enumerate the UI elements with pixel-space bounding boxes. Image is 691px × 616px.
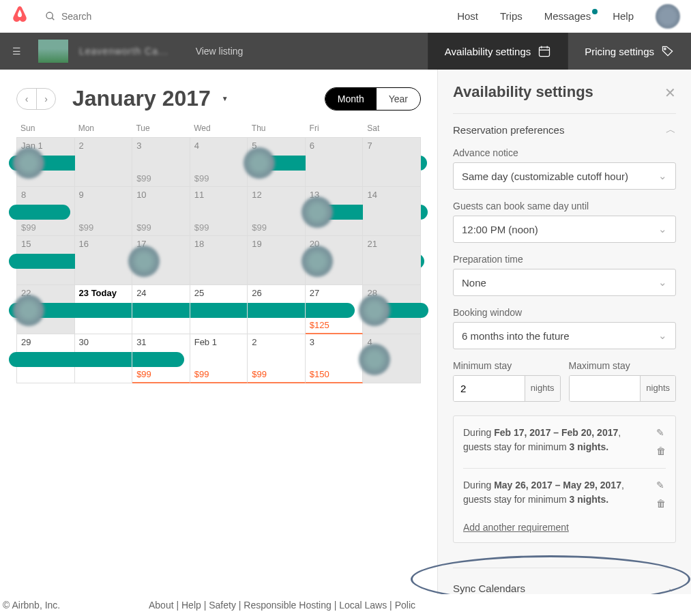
calendar-cell[interactable]: 2$99 — [248, 334, 306, 383]
guest-avatar — [302, 196, 333, 228]
calendar-cell[interactable]: 15 — [17, 236, 75, 285]
day-headers: SunMonTueWedThuFriSat — [16, 123, 421, 133]
avatar[interactable] — [656, 4, 680, 29]
nav-trips[interactable]: Trips — [500, 10, 523, 22]
footer: © Airbnb, Inc. About | Help | Safety | R… — [0, 594, 691, 608]
copyright: © Airbnb, Inc. — [3, 600, 60, 608]
calendar-cell[interactable]: 26 — [248, 285, 306, 334]
day-header: Thu — [248, 123, 306, 133]
edit-icon[interactable]: ✎ — [656, 478, 666, 493]
logo-icon[interactable] — [11, 4, 29, 28]
reservation-bar[interactable] — [9, 205, 70, 220]
footer-link[interactable]: About — [149, 600, 174, 608]
calendar-cell[interactable]: 24 — [132, 285, 190, 334]
footer-link[interactable]: Safety — [209, 600, 236, 608]
calendar-cell[interactable]: 4 — [363, 334, 421, 383]
calendar-cell[interactable]: 30 — [75, 334, 133, 383]
month-dropdown-icon[interactable]: ▼ — [222, 95, 229, 102]
calendar-cell[interactable]: 3$150 — [306, 334, 364, 383]
month-title: January 2017 — [72, 86, 211, 111]
day-number: 19 — [252, 239, 301, 249]
view-listing-link[interactable]: View listing — [196, 46, 244, 57]
footer-link[interactable]: Local Laws — [339, 600, 387, 608]
availability-settings-tab[interactable]: Availability settings — [428, 33, 568, 70]
edit-icon[interactable]: ✎ — [656, 426, 666, 440]
calendar-cell[interactable]: 16 — [75, 236, 133, 285]
day-number: 2 — [79, 141, 128, 151]
day-number: 30 — [79, 337, 128, 347]
nav-help[interactable]: Help — [613, 10, 634, 22]
year-view-button[interactable]: Year — [377, 88, 420, 110]
calendar-cell[interactable]: 31$99 — [132, 334, 190, 383]
calendar-cell[interactable]: 25 — [190, 285, 248, 334]
calendar-cell[interactable]: 18 — [190, 236, 248, 285]
advance-notice-select[interactable]: Same day (customizable cutoff hour)⌄ — [453, 162, 676, 190]
day-number: 10 — [136, 190, 186, 200]
sync-calendars-section[interactable]: Sync Calendars⌄ — [453, 568, 676, 594]
listing-thumbnail[interactable] — [38, 40, 68, 63]
min-stay-input[interactable]: nights — [453, 375, 561, 402]
price: $125 — [310, 320, 329, 330]
calendar-cell[interactable]: Jan 1 — [17, 138, 75, 187]
calendar-cell[interactable]: 23 Today — [75, 285, 133, 334]
search-input[interactable]: Search — [45, 11, 91, 22]
footer-link[interactable]: Help — [181, 600, 201, 608]
calendar-cell[interactable]: 7 — [363, 138, 421, 187]
calendar-cell[interactable]: 28 — [363, 285, 421, 334]
price: $99 — [194, 173, 209, 184]
nav-messages[interactable]: Messages — [544, 10, 591, 22]
prep-time-select[interactable]: None⌄ — [453, 269, 676, 296]
nav-host[interactable]: Host — [457, 10, 478, 22]
day-header: Wed — [190, 123, 248, 133]
calendar-cell[interactable]: 12$99 — [248, 187, 306, 236]
svg-rect-2 — [540, 47, 550, 56]
calendar-cell[interactable]: 4$99 — [190, 138, 248, 187]
delete-icon[interactable]: 🗑 — [656, 444, 666, 458]
calendar-cell[interactable]: 27$125 — [306, 285, 364, 334]
calendar-cell[interactable]: 11$99 — [190, 187, 248, 236]
calendar-cell[interactable]: 6 — [306, 138, 364, 187]
prev-month-button[interactable]: ‹ — [17, 89, 36, 109]
calendar-cell[interactable]: 29 — [17, 334, 75, 383]
calendar-cell[interactable]: 10$99 — [132, 187, 190, 236]
calendar-cell[interactable]: 5 — [248, 138, 306, 187]
calendar-cell[interactable]: 17 — [132, 236, 190, 285]
calendar-cell[interactable]: 14 — [363, 187, 421, 236]
pricing-settings-tab[interactable]: Pricing settings — [568, 33, 691, 70]
footer-link[interactable]: Polic — [395, 600, 415, 608]
price: $99 — [252, 222, 267, 233]
guest-avatar — [13, 295, 44, 326]
next-month-button[interactable]: › — [36, 89, 55, 109]
calendar-cell[interactable]: 8$99 — [17, 187, 75, 236]
day-header: Mon — [74, 123, 132, 133]
calendar-cell[interactable]: 13 — [306, 187, 364, 236]
footer-link[interactable]: Responsible Hosting — [244, 600, 331, 608]
calendar-cell[interactable]: 3$99 — [132, 138, 190, 187]
booking-window-select[interactable]: 6 months into the future⌄ — [453, 322, 676, 349]
calendar-cell[interactable]: 2 — [75, 138, 133, 187]
menu-icon[interactable]: ☰ — [0, 46, 33, 57]
min-stay-label: Minimum stay — [453, 360, 561, 371]
calendar-cell[interactable]: 22 — [17, 285, 75, 334]
sameday-select[interactable]: 12:00 PM (noon)⌄ — [453, 216, 676, 243]
month-view-button[interactable]: Month — [325, 88, 377, 110]
day-number: 31 — [136, 337, 186, 347]
max-stay-input[interactable]: nights — [569, 375, 677, 402]
guest-avatar — [359, 295, 390, 326]
reservation-preferences-section[interactable]: Reservation preferences︿ — [453, 123, 676, 136]
delete-icon[interactable]: 🗑 — [656, 497, 666, 511]
svg-point-6 — [664, 48, 666, 50]
guest-avatar — [359, 344, 390, 375]
calendar-grid: Jan 123$994$995678$999$9910$9911$9912$99… — [16, 137, 421, 383]
add-requirement-link[interactable]: Add another requirement — [463, 522, 666, 533]
chevron-down-icon: ⌄ — [658, 329, 667, 342]
day-number: Feb 1 — [194, 337, 244, 347]
calendar-cell[interactable]: 19 — [248, 236, 306, 285]
chevron-down-icon: ⌄ — [658, 170, 667, 182]
calendar-cell[interactable]: 9$99 — [75, 187, 133, 236]
close-icon[interactable]: ✕ — [664, 85, 676, 101]
prep-time-label: Preparation time — [453, 254, 676, 265]
calendar-cell[interactable]: 20 — [306, 236, 364, 285]
calendar-cell[interactable]: 21 — [363, 236, 421, 285]
calendar-cell[interactable]: Feb 1$99 — [190, 334, 248, 383]
